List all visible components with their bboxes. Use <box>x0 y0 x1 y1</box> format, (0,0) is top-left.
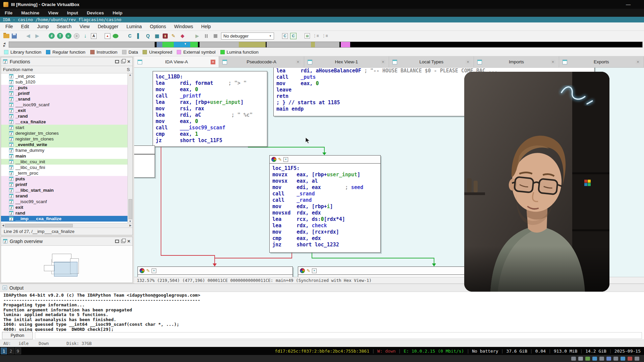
output-window-icon[interactable]: ▤ <box>305 33 310 39</box>
close-icon[interactable]: ✕ <box>636 60 640 64</box>
function-row-deregister-tm-clones[interactable]: deregister_tm_clones <box>1 130 132 136</box>
ida-menu-lumina[interactable]: Lumina <box>126 24 142 29</box>
debugger-windows-icon[interactable]: C <box>126 33 133 39</box>
reanalyze-icon[interactable] <box>113 34 118 38</box>
palette-icon[interactable] <box>300 268 305 273</box>
nav-band-segment[interactable] <box>190 42 198 47</box>
forward-icon[interactable]: ▶ <box>34 33 41 39</box>
tab-hex-view-1[interactable]: Hex View-1✕ <box>304 56 389 67</box>
function-row-term-proc[interactable]: _term_proc <box>1 170 132 176</box>
scroll-down-icon[interactable]: ▼ <box>129 220 131 223</box>
function-row-isoc99-scanf[interactable]: ___isoc99_scanf <box>1 102 132 108</box>
function-row-sub-1020[interactable]: sub_1020 <box>1 79 132 85</box>
display-icon[interactable] <box>621 357 625 361</box>
ida-menu-file[interactable]: File <box>5 24 13 29</box>
stack-trace-icon[interactable]: ⋮≡ <box>312 33 319 39</box>
functions-horizontal-scrollbar[interactable]: ◀ ▶ <box>1 223 132 228</box>
graph-icon[interactable]: ✕ <box>152 268 156 273</box>
close-icon[interactable]: ✕ <box>466 60 470 64</box>
restore-icon[interactable] <box>121 240 125 243</box>
function-row-rand[interactable]: _rand <box>1 113 132 119</box>
nav-band-segment[interactable] <box>9 42 155 47</box>
ida-menu-search[interactable]: Search <box>57 24 71 29</box>
tab-local-types[interactable]: Local Types✕ <box>389 56 474 67</box>
nav-band-segment[interactable] <box>350 42 642 47</box>
start-process-icon[interactable]: ▶ <box>194 33 201 39</box>
scroll-up-icon[interactable]: ▲ <box>129 73 131 76</box>
function-row-register-tm-clones[interactable]: register_tm_clones <box>1 136 132 142</box>
source-c-icon[interactable]: C <box>282 33 288 39</box>
colors-icon[interactable]: ▲ <box>105 33 110 39</box>
vbox-menu-view[interactable]: View <box>48 10 58 15</box>
mouse-icon[interactable] <box>635 357 639 361</box>
nav-band-segment[interactable] <box>315 42 340 47</box>
open-file-icon[interactable] <box>3 34 9 38</box>
tab-ida-view-a[interactable]: IDA View-A✕ <box>134 56 219 67</box>
pseudocode-c-icon[interactable]: C <box>290 33 297 39</box>
palette-icon[interactable] <box>271 157 276 162</box>
function-row-start[interactable]: start <box>1 125 132 130</box>
nav-band-segment[interactable] <box>267 42 311 47</box>
function-row-rand[interactable]: rand <box>1 210 132 216</box>
ida-menu-edit[interactable]: Edit <box>21 24 29 29</box>
network-icon[interactable] <box>592 357 597 361</box>
close-icon[interactable]: ✕ <box>381 60 385 64</box>
clipboard-icon[interactable] <box>613 357 618 361</box>
close-icon[interactable]: ✕ <box>127 240 130 243</box>
graph-icon[interactable]: ✕ <box>312 268 317 273</box>
back-icon[interactable]: ◀ <box>25 33 32 39</box>
function-row-printf[interactable]: _printf <box>1 90 132 96</box>
function-row-exit[interactable]: _exit <box>1 108 132 113</box>
structures-icon[interactable]: + <box>74 33 79 39</box>
edit-icon[interactable]: ✎ <box>307 268 310 273</box>
recording-icon[interactable] <box>628 357 632 361</box>
pause-process-icon[interactable] <box>203 33 210 39</box>
basic-block-loc-11f5[interactable]: ✎ ✕ loc_11F5:movzx eax, [rbp+user_input]… <box>269 155 381 253</box>
graph-overview-minimap[interactable] <box>1 246 132 283</box>
save-icon[interactable] <box>12 34 17 39</box>
basic-block-partial-header[interactable] <box>134 145 155 154</box>
basic-block-bottom-left[interactable]: ✎ ✕ <box>138 266 293 277</box>
maximize-icon[interactable] <box>115 240 119 243</box>
watches-icon[interactable]: Q <box>145 33 151 39</box>
ida-menu-view[interactable]: View <box>79 24 90 29</box>
nav-band-scroll-arrows[interactable]: ◀▶ <box>0 42 9 47</box>
stop-trace-icon[interactable]: ▮ <box>163 34 168 39</box>
hdd-icon[interactable] <box>571 357 576 361</box>
scrollbar-thumb[interactable] <box>128 199 132 219</box>
vbox-menu-file[interactable]: File <box>5 10 12 15</box>
stop-process-icon[interactable] <box>212 33 219 39</box>
minimap-viewport[interactable] <box>54 262 77 277</box>
strings-window-icon[interactable]: T <box>57 33 63 39</box>
restore-icon[interactable] <box>121 60 125 63</box>
nav-band-segment[interactable] <box>174 42 190 47</box>
graph-icon[interactable]: ✕ <box>283 157 288 162</box>
nav-band-segment[interactable] <box>311 42 315 47</box>
function-row-exit[interactable]: exit <box>1 204 132 210</box>
vbox-menu-input[interactable]: Input <box>67 10 78 15</box>
function-row-srand[interactable]: _srand <box>1 96 132 102</box>
close-icon[interactable]: ✕ <box>211 60 215 64</box>
function-row-isoc99-scanf[interactable]: __isoc99_scanf <box>1 199 132 204</box>
nav-band-segment[interactable] <box>341 42 350 47</box>
tab-exports[interactable]: Exports✕ <box>559 56 644 67</box>
audio-icon[interactable] <box>585 357 590 361</box>
function-row-imp-cxa-finalize[interactable]: __imp___cxa_finalize <box>1 216 132 222</box>
nav-band-segment[interactable] <box>200 42 239 47</box>
jump-address-icon[interactable]: ↓ <box>82 33 89 39</box>
basic-block-loc-11bd[interactable]: loc_11BD:lea rdi, format ; "> "mov eax, … <box>153 71 267 147</box>
breakpoint-icon[interactable]: ◆ <box>179 33 186 39</box>
ida-menu-debugger[interactable]: Debugger <box>98 24 118 29</box>
function-row-init-proc[interactable]: _init_proc <box>1 73 132 79</box>
function-row-printf[interactable]: printf <box>1 182 132 187</box>
threads-icon[interactable]: ⋮≡ <box>321 33 328 39</box>
ida-menu-jump[interactable]: Jump <box>37 24 49 29</box>
function-row-frame-dummy[interactable]: frame_dummy <box>1 147 132 153</box>
python-selector-button[interactable]: Python <box>2 332 33 339</box>
close-icon[interactable]: ✕ <box>296 60 301 64</box>
edit-icon[interactable]: ✎ <box>278 157 282 162</box>
output-log[interactable]: IDAPython 64-bit v9.2.0 (c) The IDAPytho… <box>0 292 644 331</box>
ida-menu-windows[interactable]: Windows <box>174 24 193 29</box>
navigation-band[interactable]: ▼ <box>9 42 643 48</box>
workspace-9[interactable]: 9 <box>15 348 21 354</box>
